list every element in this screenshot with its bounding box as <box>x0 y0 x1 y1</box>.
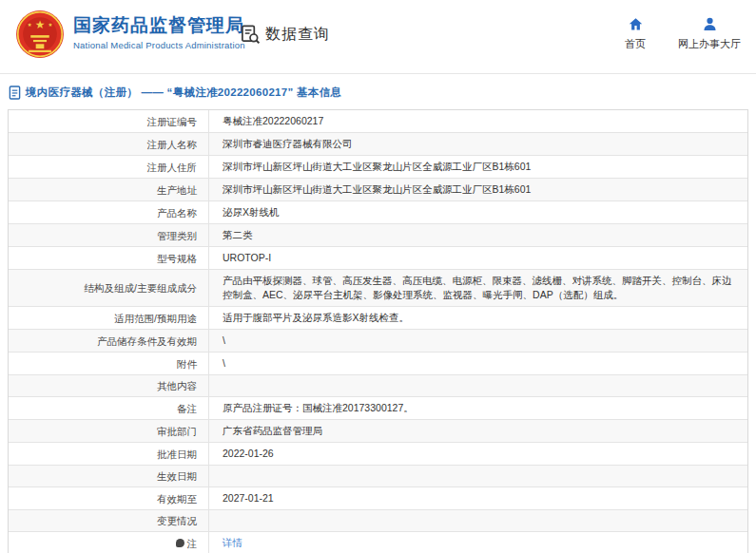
row-label: 注册证编号 <box>9 110 208 132</box>
row-value-cell: 广东省药品监督管理局 <box>208 420 747 442</box>
site-header: ★ ★ ★ 国家药品监督管理局 National Medical Product… <box>0 0 756 74</box>
row-value-cell: 深圳市睿迪医疗器械有限公司 <box>208 133 747 155</box>
table-row: 产品储存条件及有效期\ <box>9 329 747 352</box>
row-label: 注册人名称 <box>9 133 208 155</box>
agency-titles: 国家药品监督管理局 National Medical Products Admi… <box>73 14 245 50</box>
row-label: 变更情况 <box>9 510 208 531</box>
row-value-cell: 详情 <box>208 532 747 553</box>
row-value: 2022-01-26 <box>223 447 274 461</box>
row-value-cell: UROTOP-I <box>208 247 747 269</box>
row-value-cell: 深圳市坪山新区坪山街道大工业区聚龙山片区全威源工业厂区B1栋601 <box>208 179 747 200</box>
table-row: 生效日期 <box>9 465 747 486</box>
nav-item-home[interactable]: 首页 <box>625 16 646 51</box>
national-emblem-logo: ★ ★ ★ <box>15 10 65 59</box>
row-value-cell <box>208 510 747 531</box>
table-row: 产品名称泌尿X射线机 <box>9 200 747 223</box>
info-table: 注册证编号粤械注准20222060217注册人名称深圳市睿迪医疗器械有限公司注册… <box>8 109 748 553</box>
user-icon <box>702 16 718 32</box>
row-label-text: 型号规格 <box>157 252 197 265</box>
row-value: 适用于腹部平片及泌尿系造影X射线检查。 <box>223 311 409 325</box>
row-label-text: 生效日期 <box>157 469 197 483</box>
row-value-cell: 产品由平板探测器、球管、高压发生器、高压电缆、电源柜、限束器、滤线栅、对讲系统、… <box>208 270 747 306</box>
row-value-cell: 2027-01-21 <box>208 487 747 509</box>
row-label: 附件 <box>9 353 208 374</box>
table-row: 注册人名称深圳市睿迪医疗器械有限公司 <box>9 132 747 155</box>
table-row: 注详情 <box>9 531 747 553</box>
row-label: 结构及组成/主要组成成分 <box>9 270 208 306</box>
row-value: \ <box>223 334 225 348</box>
agency-subtitle: National Medical Products Administration <box>73 40 245 50</box>
row-label-text: 注册人名称 <box>147 138 198 151</box>
table-row: 注册证编号粤械注准20222060217 <box>9 110 747 132</box>
row-value-cell: 适用于腹部平片及泌尿系造影X射线检查。 <box>208 307 747 329</box>
row-label-text: 附件 <box>177 357 197 371</box>
row-value-cell: 2022-01-26 <box>208 443 747 465</box>
row-label: 生产地址 <box>9 179 208 200</box>
row-label-text: 管理类别 <box>157 229 197 242</box>
row-label: 其他内容 <box>9 375 208 396</box>
row-label: 适用范围/预期用途 <box>9 307 208 329</box>
row-label-text: 结构及组成/主要组成成分 <box>85 281 197 295</box>
table-row: 其他内容 <box>9 374 747 396</box>
row-value-cell: \ <box>208 353 747 374</box>
table-row: 批准日期2022-01-26 <box>9 442 747 465</box>
row-label: 生效日期 <box>9 466 208 486</box>
row-label: 审批部门 <box>9 420 208 442</box>
row-label-text: 注册证编号 <box>147 115 198 128</box>
row-label: 管理类别 <box>9 224 208 246</box>
data-query-nav[interactable]: 数据查询 <box>240 24 330 45</box>
row-value-cell: \ <box>208 330 747 352</box>
row-label-text: 有效期至 <box>157 492 197 505</box>
row-value: UROTOP-I <box>223 251 271 265</box>
row-label-text: 其他内容 <box>157 379 197 392</box>
agency-title: 国家药品监督管理局 <box>73 14 245 37</box>
row-value: 广东省药品监督管理局 <box>223 424 322 438</box>
data-query-label: 数据查询 <box>265 25 330 45</box>
detail-link[interactable]: 详情 <box>223 536 242 550</box>
table-row: 变更情况 <box>9 509 747 531</box>
nav-item-label: 首页 <box>625 37 646 51</box>
note-tooltip-icon[interactable] <box>176 539 184 547</box>
row-value-cell: 第二类 <box>208 224 747 246</box>
row-value-cell: 粤械注准20222060217 <box>208 110 747 132</box>
row-value-cell <box>208 375 747 396</box>
row-label: 型号规格 <box>9 247 208 269</box>
document-icon <box>9 86 21 100</box>
table-row: 生产地址深圳市坪山新区坪山街道大工业区聚龙山片区全威源工业厂区B1栋601 <box>9 178 747 200</box>
table-row: 型号规格UROTOP-I <box>9 246 747 269</box>
header-nav: 首页 网上办事大厅 <box>625 16 741 51</box>
home-icon <box>628 16 644 32</box>
row-label-text: 生产地址 <box>157 183 197 197</box>
row-value: 原产品注册证号：国械注准20173300127。 <box>223 401 414 415</box>
row-label-text: 备注 <box>177 402 197 415</box>
document-search-icon <box>240 24 261 45</box>
row-value-cell: 原产品注册证号：国械注准20173300127。 <box>208 397 747 419</box>
table-row: 管理类别第二类 <box>9 223 747 246</box>
row-value-cell <box>208 466 747 486</box>
page-title: 境内医疗器械（注册） —— “粤械注准20222060217” 基本信息 <box>26 86 341 100</box>
svg-text:★: ★ <box>48 22 52 28</box>
row-label-text: 注 <box>187 537 198 550</box>
nav-item-service-hall[interactable]: 网上办事大厅 <box>678 16 741 51</box>
row-label-text: 变更情况 <box>157 514 197 527</box>
row-label: 备注 <box>9 397 208 419</box>
table-row: 附件\ <box>9 352 747 374</box>
row-label-text: 审批部门 <box>157 425 197 438</box>
row-value: 泌尿X射线机 <box>223 205 280 219</box>
row-value: 深圳市坪山新区坪山街道大工业区聚龙山片区全威源工业厂区B1栋601 <box>223 182 531 197</box>
row-value-cell: 深圳市坪山新区坪山街道大工业区聚龙山片区全威源工业厂区B1栋601 <box>208 156 747 178</box>
row-label: 注册人住所 <box>9 156 208 178</box>
nav-item-label: 网上办事大厅 <box>678 37 741 51</box>
row-label-text: 适用范围/预期用途 <box>114 312 197 325</box>
row-label: 批准日期 <box>9 443 208 465</box>
row-value: 2027-01-21 <box>223 491 274 505</box>
table-row: 备注原产品注册证号：国械注准20173300127。 <box>9 396 747 419</box>
table-row: 审批部门广东省药品监督管理局 <box>9 419 747 442</box>
row-value: 粤械注准20222060217 <box>223 114 323 128</box>
row-value: \ <box>223 356 225 371</box>
svg-text:★: ★ <box>28 22 32 28</box>
row-value-cell: 泌尿X射线机 <box>208 201 747 223</box>
row-label: 产品名称 <box>9 201 208 223</box>
row-label-text: 产品名称 <box>157 206 197 219</box>
row-label: 注 <box>9 532 208 553</box>
